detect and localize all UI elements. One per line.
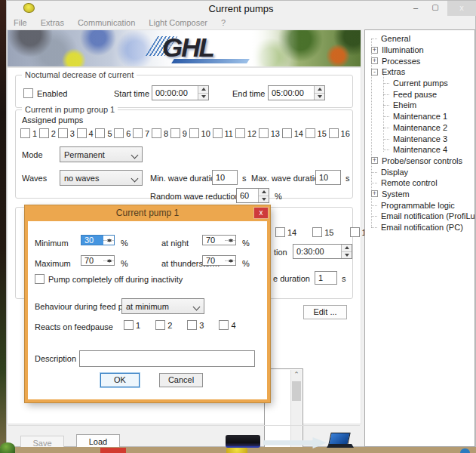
tree-item[interactable]: Display <box>368 166 473 177</box>
tree-expand-icon[interactable] <box>371 172 377 173</box>
scroll-up-icon[interactable]: ⌃ <box>291 370 302 381</box>
pump-checkbox-item[interactable]: 14 <box>282 128 303 138</box>
minimum-spinner[interactable]: 30 <box>81 235 115 245</box>
tree-expand-icon[interactable] <box>371 183 377 183</box>
pump-checkbox-item[interactable]: 11 <box>213 128 233 138</box>
tree-item[interactable]: + System <box>368 189 473 200</box>
tree-expand-icon[interactable]: + <box>371 190 378 197</box>
tree-item-label[interactable]: Eheim <box>393 100 416 109</box>
pump-checkbox-item[interactable]: 7 <box>133 128 149 138</box>
tree-expand-icon[interactable]: + <box>371 57 378 64</box>
tree-item[interactable]: Email notification (PC) <box>368 222 473 233</box>
checkbox[interactable] <box>259 128 269 138</box>
cancel-button[interactable]: Cancel <box>159 373 203 387</box>
pump-checkbox-item[interactable]: 14 <box>275 227 296 237</box>
tree-item-label[interactable]: Feed pause <box>393 90 437 99</box>
tree-item[interactable]: + Illumination <box>368 45 473 56</box>
tree-expand-icon[interactable] <box>383 105 389 106</box>
random-wave-spinner[interactable]: 60 <box>236 188 269 203</box>
tree-item[interactable]: Maintenance 1 <box>368 111 473 122</box>
tree-expand-icon[interactable] <box>383 128 389 128</box>
menu-item[interactable]: File <box>7 18 34 27</box>
pump-checkbox-item[interactable]: 5 <box>95 128 112 138</box>
minimize-button[interactable]: – <box>407 1 425 16</box>
pump-checkbox-item[interactable]: 13 <box>259 128 280 138</box>
taskbar-icon-blue[interactable] <box>460 448 470 453</box>
description-input[interactable] <box>79 350 255 367</box>
tree-expand-icon[interactable] <box>383 149 389 150</box>
tree-item-label[interactable]: Display <box>381 168 408 177</box>
tree-item-label[interactable]: Email notification (PC) <box>381 223 463 232</box>
feedpause-checkbox-item[interactable]: 3 <box>187 320 204 330</box>
tree-item[interactable]: Feed pause <box>368 88 473 100</box>
tree-item-label[interactable]: Programmable logic <box>381 201 455 210</box>
feedpause-checkbox-item[interactable]: 1 <box>124 320 140 330</box>
tree-item-label[interactable]: Email notification (ProfiLux) <box>381 211 475 220</box>
spin-up-icon[interactable] <box>259 189 269 196</box>
pump-checkbox-item[interactable]: 6 <box>114 128 131 138</box>
tree-item-label[interactable]: Extras <box>382 67 405 76</box>
tree-item-label[interactable]: Maintenance 2 <box>393 123 447 132</box>
taskbar-icon-green[interactable] <box>0 442 15 453</box>
menu-item[interactable]: ? <box>214 18 232 27</box>
menu-item[interactable]: Extras <box>34 18 71 27</box>
pump-checkbox-item[interactable]: 9 <box>170 128 187 138</box>
end-time-spinner[interactable]: 05:00:00 <box>268 85 325 100</box>
at-night-spinner[interactable]: 70 <box>202 235 236 245</box>
checkbox[interactable] <box>170 128 180 138</box>
checkbox[interactable] <box>114 128 124 138</box>
menu-item[interactable]: Light Composer <box>142 18 214 27</box>
tree-expand-icon[interactable] <box>383 83 389 84</box>
menu-item[interactable]: Communication <box>71 18 142 27</box>
checkbox[interactable] <box>155 320 165 330</box>
tree-item[interactable]: Eheim <box>368 100 473 111</box>
pump-checkbox-item[interactable]: 8 <box>152 128 168 138</box>
at-thunderstorm-spinner[interactable]: 70 <box>202 255 236 266</box>
checkbox[interactable] <box>77 128 87 138</box>
tree-item-label[interactable]: Illumination <box>382 45 424 54</box>
tree-expand-icon[interactable] <box>383 116 389 117</box>
behaviour-dropdown[interactable]: at minimum <box>121 298 204 314</box>
tree-item-label[interactable]: Probe/sensor controls <box>382 156 462 165</box>
checkbox[interactable] <box>152 128 161 138</box>
tree-item-label[interactable]: System <box>382 190 410 199</box>
checkbox[interactable] <box>219 320 229 330</box>
waves-dropdown[interactable]: no waves <box>60 170 143 186</box>
start-time-spinner[interactable]: 00:00:00 <box>152 85 209 100</box>
tree-item[interactable]: + Processes <box>368 55 473 66</box>
spin-up-icon[interactable] <box>198 86 208 94</box>
scrollbar-thumb[interactable] <box>292 381 301 401</box>
spin-down-icon[interactable] <box>259 196 269 203</box>
taskbar-icon-red[interactable] <box>100 448 126 453</box>
dialog-close-button[interactable]: x <box>253 207 269 219</box>
tree-expand-icon[interactable]: + <box>371 47 378 54</box>
duration-spinner[interactable]: 0:30:00 <box>293 244 352 259</box>
mode-dropdown[interactable]: Permanent <box>60 146 143 162</box>
feedpause-checkbox-item[interactable]: 2 <box>155 320 172 330</box>
tree-item[interactable]: Maintenance 2 <box>368 122 473 134</box>
tree-item[interactable]: - Extras <box>368 66 473 78</box>
pump-checkbox-item[interactable]: 12 <box>235 128 256 138</box>
tree-item-label[interactable]: Maintenance 1 <box>393 112 447 121</box>
checkbox[interactable] <box>20 128 30 138</box>
tree-item-label[interactable]: Maintenance 3 <box>393 134 447 143</box>
tree-expand-icon[interactable] <box>371 227 377 228</box>
checkbox[interactable] <box>312 227 322 237</box>
enabled-checkbox[interactable] <box>23 88 33 98</box>
checkbox[interactable] <box>39 128 49 138</box>
close-button[interactable]: x <box>447 1 476 16</box>
tree-expand-icon[interactable] <box>383 139 389 140</box>
tree-expand-icon[interactable] <box>383 94 389 95</box>
spin-down-icon[interactable] <box>315 94 324 100</box>
ok-button[interactable]: OK <box>100 373 140 387</box>
tree-item[interactable]: Programmable logic <box>368 199 473 211</box>
pump-off-checkbox[interactable] <box>35 274 45 284</box>
edit-button[interactable]: Edit ... <box>303 305 347 319</box>
checkbox[interactable] <box>235 128 245 138</box>
tree-item[interactable]: Maintenance 3 <box>368 133 473 144</box>
tree-expand-icon[interactable]: - <box>371 69 378 76</box>
tree-expand-icon[interactable]: + <box>371 157 378 164</box>
pump-checkbox-item[interactable]: 16 <box>329 128 350 138</box>
pump-checkbox-item[interactable]: 10 <box>189 128 210 138</box>
pump-checkbox-item[interactable]: 3 <box>58 128 75 138</box>
